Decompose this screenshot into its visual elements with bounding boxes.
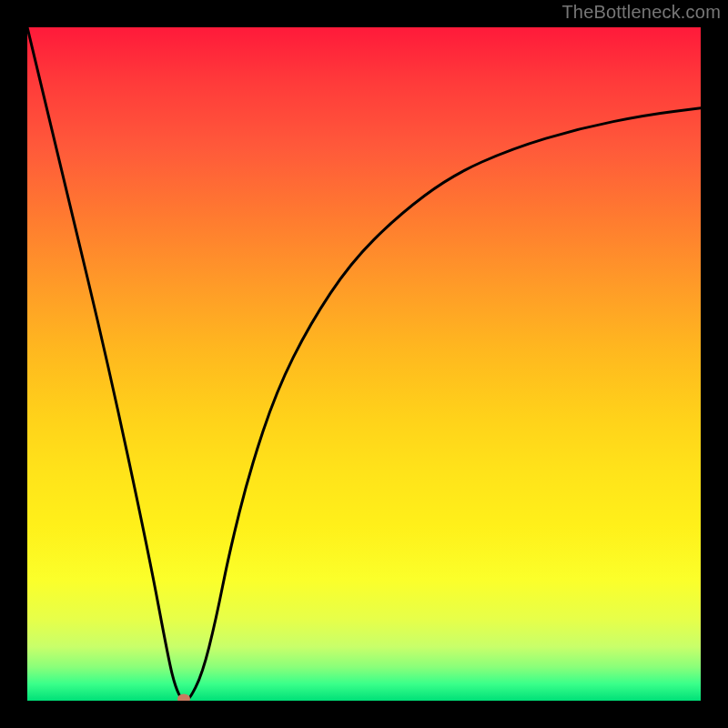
watermark-text: TheBottleneck.com [561, 2, 721, 23]
plot-area [27, 27, 701, 701]
bottleneck-curve [27, 27, 701, 701]
chart-frame: TheBottleneck.com [0, 0, 728, 728]
optimal-point-marker [177, 693, 190, 701]
